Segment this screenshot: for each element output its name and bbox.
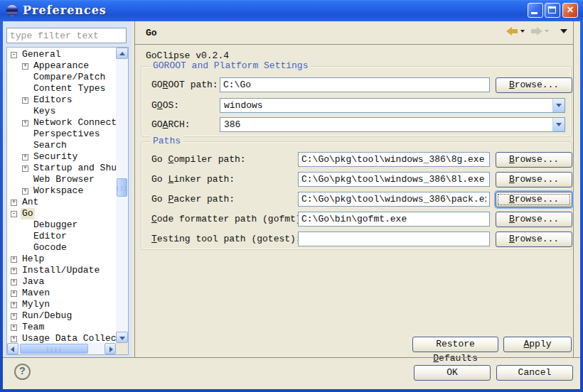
tree-item-mylyn[interactable]: +Mylyn: [7, 299, 116, 310]
horizontal-scroll-thumb[interactable]: ||||: [20, 344, 88, 354]
footer-divider: [3, 357, 580, 358]
expand-icon[interactable]: +: [22, 154, 28, 160]
tree-item-content-types[interactable]: Content Types: [7, 83, 116, 94]
apply-button[interactable]: Apply: [503, 337, 572, 352]
page-navigation: [505, 26, 567, 37]
maximize-button[interactable]: [545, 3, 560, 18]
minimize-button[interactable]: [528, 3, 543, 18]
tree-item-editors[interactable]: +Editors: [7, 94, 116, 106]
expand-icon[interactable]: +: [22, 188, 28, 195]
tree-item-web-browser[interactable]: Web Browser: [7, 174, 116, 185]
linker-browse-button[interactable]: Browse...: [496, 172, 572, 187]
tree-item-startup-and-shutdown[interactable]: +Startup and Shu: [7, 163, 116, 174]
tree-item-go[interactable]: -Go: [7, 208, 116, 219]
preferences-window: Preferences × -General +Appearance Compa…: [0, 0, 583, 392]
go-linker-path-label: Go Linker path:: [151, 172, 235, 187]
close-button[interactable]: ×: [562, 3, 578, 18]
tree-item-workspace[interactable]: +Workspace: [7, 185, 116, 197]
ok-button[interactable]: OK: [414, 365, 491, 381]
filter-input[interactable]: [6, 28, 127, 43]
tree-item-editor[interactable]: Editor: [7, 231, 116, 242]
tree-item-security[interactable]: +Security: [7, 151, 116, 163]
expand-icon[interactable]: +: [11, 325, 17, 331]
scroll-up-icon[interactable]: [116, 48, 128, 59]
minimize-icon: [531, 12, 537, 14]
tree-item-perspectives[interactable]: Perspectives: [7, 129, 116, 140]
tree-vertical-scrollbar[interactable]: |||: [116, 48, 128, 343]
scroll-left-icon[interactable]: [7, 343, 18, 354]
tree-item-appearance[interactable]: +Appearance: [7, 60, 116, 72]
goarch-combo[interactable]: 386: [220, 117, 565, 132]
tree-item-keys[interactable]: Keys: [7, 106, 116, 117]
eclipse-icon: [6, 5, 18, 16]
expand-icon[interactable]: +: [22, 120, 28, 126]
goos-dropdown-icon[interactable]: [552, 99, 565, 112]
packer-browse-button[interactable]: Browse...: [496, 192, 572, 207]
tree-horizontal-scrollbar[interactable]: ||||: [7, 343, 116, 354]
forward-button[interactable]: [529, 26, 550, 37]
page-title: Go: [146, 28, 157, 38]
close-icon: ×: [563, 4, 577, 18]
window-title: Preferences: [23, 4, 107, 17]
expand-icon[interactable]: +: [22, 165, 28, 172]
goarch-dropdown-icon[interactable]: [552, 118, 565, 131]
tree-item-gocode[interactable]: Gocode: [7, 242, 116, 254]
tree-item-ant[interactable]: +Ant: [7, 197, 116, 208]
scrollbar-corner: [116, 343, 128, 354]
back-button[interactable]: [505, 26, 526, 37]
goos-combo[interactable]: windows: [220, 98, 565, 113]
expand-icon[interactable]: +: [11, 256, 17, 263]
tree-item-maven[interactable]: +Maven: [7, 288, 116, 299]
expand-icon[interactable]: +: [22, 63, 28, 70]
expand-icon[interactable]: +: [11, 290, 17, 297]
tree-item-network-connections[interactable]: +Network Connect: [7, 117, 116, 129]
testing-tool-path-input[interactable]: [298, 232, 490, 246]
tree-item-general[interactable]: -General: [7, 49, 116, 60]
testing-tool-path-label: Testing tool path (gotest):: [151, 232, 301, 246]
leaf-spacer: [22, 109, 28, 115]
expand-icon[interactable]: +: [22, 97, 28, 104]
tree-item-team[interactable]: +Team: [7, 322, 116, 333]
expand-icon[interactable]: +: [11, 313, 17, 320]
code-formatter-path-label: Code formatter path (gofmt):: [151, 212, 306, 227]
expand-icon[interactable]: +: [11, 302, 17, 308]
go-compiler-path-label: Go Compiler path:: [151, 152, 246, 167]
expand-icon[interactable]: +: [11, 200, 17, 206]
restore-defaults-button[interactable]: Restore Defaults: [412, 337, 498, 352]
scroll-right-icon[interactable]: [105, 343, 116, 354]
go-linker-path-input[interactable]: [298, 172, 490, 187]
group-title: GOROOT and Platform Settings: [150, 60, 311, 71]
help-button[interactable]: ?: [14, 364, 31, 380]
tree-item-usage-data-collector[interactable]: +Usage Data Collect: [7, 333, 116, 343]
goarch-label: GOARCH:: [151, 117, 191, 132]
goroot-browse-button[interactable]: Browse...: [496, 77, 572, 93]
back-arrow-icon: [506, 27, 518, 36]
tree-item-run-debug[interactable]: +Run/Debug: [7, 310, 116, 322]
tree-item-search[interactable]: Search: [7, 140, 116, 151]
expand-icon[interactable]: +: [11, 279, 17, 285]
expand-icon[interactable]: +: [11, 336, 17, 342]
go-packer-path-input[interactable]: [298, 192, 490, 207]
tree-item-compare-patch[interactable]: Compare/Patch: [7, 72, 116, 83]
goroot-path-input[interactable]: [220, 77, 490, 92]
collapse-icon[interactable]: -: [11, 211, 17, 217]
go-compiler-path-input[interactable]: [298, 152, 490, 167]
expand-icon[interactable]: +: [11, 268, 17, 274]
code-formatter-path-input[interactable]: [298, 212, 490, 227]
collapse-icon[interactable]: -: [11, 52, 17, 58]
leaf-spacer: [22, 234, 28, 240]
scroll-down-icon[interactable]: [116, 332, 128, 343]
compiler-browse-button[interactable]: Browse...: [496, 152, 572, 168]
cancel-button[interactable]: Cancel: [496, 365, 573, 381]
paths-group: Paths Go Compiler path: Browse... Go Lin…: [141, 141, 572, 250]
leaf-spacer: [22, 131, 28, 138]
tree-item-debugger[interactable]: Debugger: [7, 219, 116, 231]
tree-item-help[interactable]: +Help: [7, 254, 116, 265]
tree-item-java[interactable]: +Java: [7, 276, 116, 288]
testing-browse-button[interactable]: Browse...: [496, 232, 572, 247]
vertical-scroll-thumb[interactable]: |||: [117, 178, 127, 197]
view-menu-icon[interactable]: [560, 29, 567, 33]
preferences-tree: -General +Appearance Compare/Patch Conte…: [6, 47, 129, 355]
tree-item-install-update[interactable]: +Install/Update: [7, 265, 116, 276]
formatter-browse-button[interactable]: Browse...: [496, 212, 572, 227]
